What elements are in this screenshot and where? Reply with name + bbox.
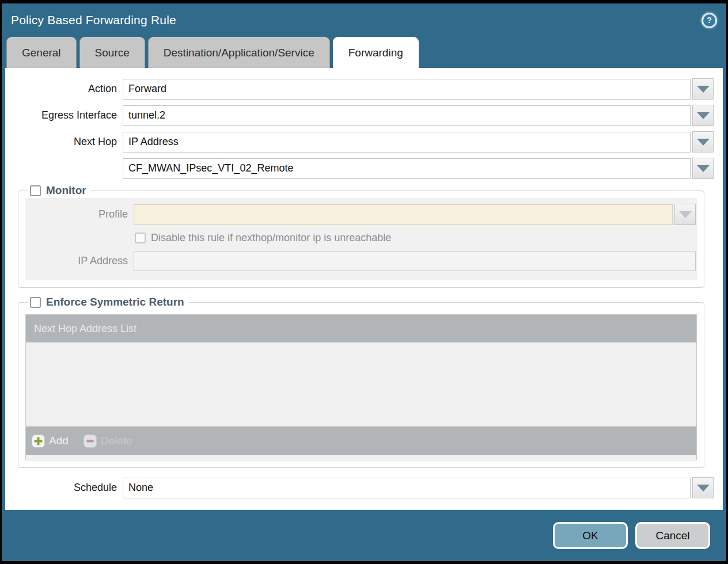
chevron-down-icon [697, 112, 710, 119]
cancel-button[interactable]: Cancel [635, 522, 710, 549]
action-dropdown-button[interactable] [692, 78, 714, 100]
pbf-rule-dialog: Policy Based Forwarding Rule ? General S… [0, 0, 728, 564]
action-row: Action Forward [5, 78, 714, 100]
dialog-footer: OK Cancel [2, 510, 726, 561]
next-hop-address-row: CF_MWAN_IPsec_VTI_02_Remote [5, 158, 714, 179]
egress-interface-row: Egress Interface tunnel.2 [5, 105, 714, 126]
monitor-profile-dropdown-button [674, 204, 696, 225]
next-hop-dropdown-button[interactable] [692, 131, 714, 153]
profile-label: Profile [25, 208, 129, 220]
monitor-legend-label: Monitor [46, 184, 86, 197]
symmetric-return-checkbox[interactable] [30, 297, 41, 308]
disable-rule-checkbox [135, 233, 146, 243]
tab-bar: General Source Destination/Application/S… [2, 37, 726, 68]
tab-destination-application-service[interactable]: Destination/Application/Service [148, 37, 330, 68]
monitor-panel: Profile Disable this rule if nexthop/mon… [25, 198, 697, 280]
next-hop-row: Next Hop IP Address [5, 131, 714, 153]
chevron-down-icon [679, 211, 692, 218]
egress-interface-label: Egress Interface [5, 109, 118, 121]
minus-icon [84, 435, 97, 448]
table-header: Next Hop Address List [26, 315, 696, 342]
monitor-checkbox[interactable] [30, 185, 41, 196]
profile-row: Profile [25, 204, 696, 225]
delete-button-label: Delete [101, 435, 132, 447]
chevron-down-icon [697, 86, 710, 93]
monitor-legend: Monitor [28, 184, 91, 197]
table-header-label: Next Hop Address List [34, 323, 136, 335]
help-icon[interactable]: ? [702, 13, 717, 28]
chevron-down-icon [697, 139, 710, 146]
table-toolbar: Add Delete [26, 426, 696, 455]
schedule-dropdown-button[interactable] [692, 477, 714, 498]
tab-general[interactable]: General [6, 37, 77, 68]
disable-rule-label: Disable this rule if nexthop/monitor ip … [151, 232, 391, 244]
symmetric-return-legend-label: Enforce Symmetric Return [46, 296, 184, 308]
next-hop-type-select[interactable]: IP Address [123, 132, 691, 153]
chevron-down-icon [697, 165, 710, 172]
disable-rule-row: Disable this rule if nexthop/monitor ip … [135, 232, 696, 244]
action-select[interactable]: Forward [123, 79, 691, 100]
tab-source[interactable]: Source [79, 37, 145, 68]
chevron-down-icon [697, 485, 710, 491]
next-hop-address-dropdown-button[interactable] [692, 158, 714, 179]
plus-icon [32, 435, 45, 448]
symmetric-return-legend: Enforce Symmetric Return [28, 296, 189, 308]
dialog-title: Policy Based Forwarding Rule [11, 13, 176, 27]
next-hop-label: Next Hop [5, 136, 118, 148]
monitor-ip-row: IP Address [25, 251, 696, 271]
action-label: Action [5, 83, 118, 95]
delete-button: Delete [84, 435, 132, 448]
next-hop-address-select[interactable]: CF_MWAN_IPsec_VTI_02_Remote [123, 158, 691, 179]
monitor-profile-select[interactable] [134, 204, 673, 225]
title-bar: Policy Based Forwarding Rule ? [2, 3, 726, 37]
monitor-section: Monitor Profile Disable this rule if nex… [18, 184, 704, 288]
monitor-ip-label: IP Address [25, 255, 129, 267]
symmetric-return-section: Enforce Symmetric Return Next Hop Addres… [18, 296, 704, 468]
forwarding-tab-panel: Action Forward Egress Interface tunnel.2… [5, 68, 723, 510]
schedule-label: Schedule [5, 482, 118, 494]
schedule-select[interactable]: None [123, 478, 691, 498]
add-button[interactable]: Add [32, 435, 69, 448]
monitor-ip-input [134, 251, 696, 271]
tab-forwarding[interactable]: Forwarding [333, 37, 419, 68]
egress-interface-select[interactable]: tunnel.2 [123, 105, 691, 126]
next-hop-address-table: Next Hop Address List Add [25, 314, 697, 460]
ok-button[interactable]: OK [553, 522, 628, 549]
schedule-row: Schedule None [5, 477, 714, 498]
table-bottom-strip [26, 455, 696, 460]
add-button-label: Add [49, 435, 69, 447]
table-body-empty [26, 342, 696, 426]
egress-interface-dropdown-button[interactable] [692, 105, 714, 126]
